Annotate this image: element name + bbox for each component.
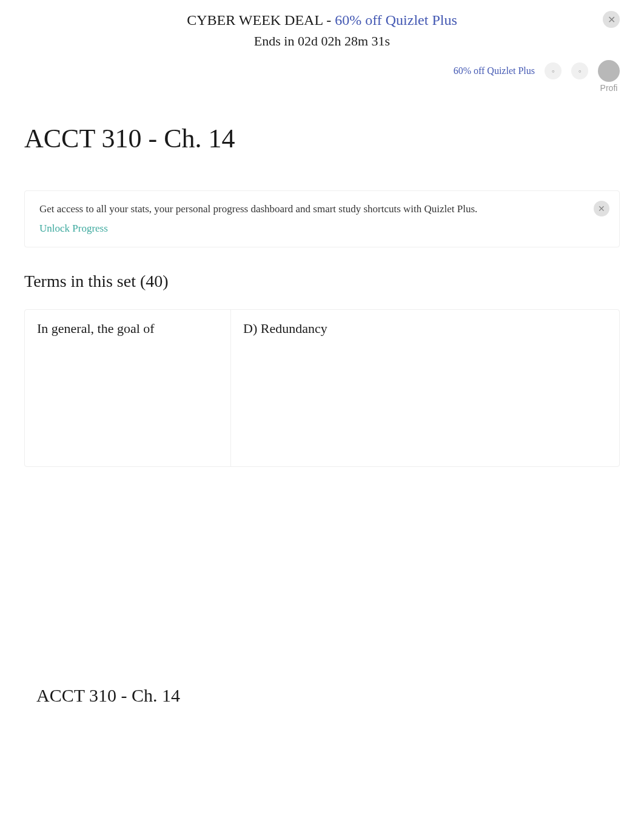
promo-prefix: CYBER WEEK DEAL - (187, 12, 335, 28)
page-title: ACCT 310 - Ch. 14 (0, 87, 644, 166)
promo-close-button[interactable]: ✕ (603, 11, 620, 28)
card-term: In general, the goal of (25, 310, 231, 466)
avatar-label: Profi (600, 83, 618, 93)
promo-countdown: Ends in 02d 02h 28m 31s (0, 33, 644, 49)
terms-heading: Terms in this set (40) (0, 266, 644, 303)
plus-link[interactable]: 60% off Quizlet Plus (454, 65, 535, 76)
close-icon: ✕ (598, 204, 605, 213)
close-icon: ✕ (608, 14, 615, 25)
upsell-card: ✕ Get access to all your stats, your per… (24, 190, 620, 247)
upsell-close-button[interactable]: ✕ (594, 201, 609, 216)
upsell-text: Get access to all your stats, your perso… (39, 203, 605, 215)
unlock-progress-link[interactable]: Unlock Progress (39, 223, 108, 234)
generic-icon: ◦ (579, 66, 582, 76)
top-bar: 60% off Quizlet Plus ◦ ◦ Profi (0, 55, 644, 87)
term-card[interactable]: In general, the goal of D) Redundancy (24, 309, 620, 467)
icon-button-1[interactable]: ◦ (545, 62, 562, 79)
footer-title: ACCT 310 - Ch. 14 (0, 491, 644, 730)
promo-banner: CYBER WEEK DEAL - 60% off Quizlet Plus E… (0, 0, 644, 55)
generic-icon: ◦ (552, 66, 555, 76)
card-definition: D) Redundancy (231, 310, 619, 466)
icon-button-2[interactable]: ◦ (571, 62, 588, 79)
promo-title: CYBER WEEK DEAL - 60% off Quizlet Plus (0, 12, 644, 29)
promo-deal-link[interactable]: 60% off Quizlet Plus (335, 12, 457, 28)
avatar-button[interactable]: Profi (598, 60, 620, 82)
